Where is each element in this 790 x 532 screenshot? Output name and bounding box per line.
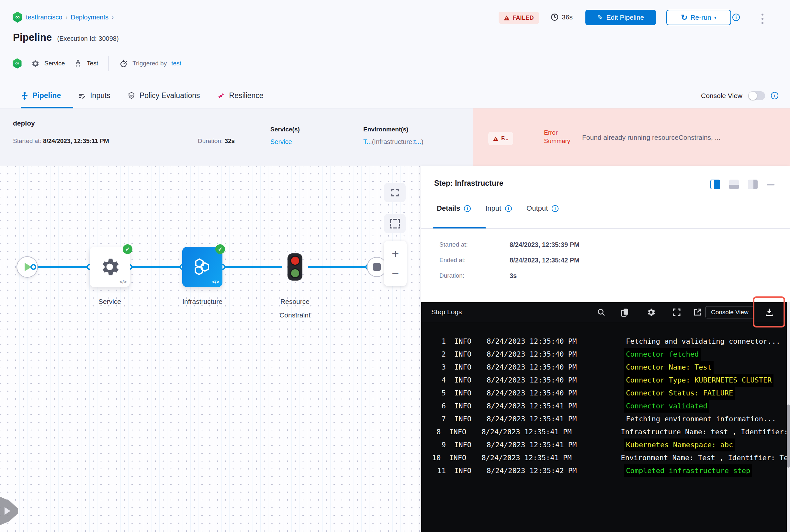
error-summary-label: Error Summary (544, 129, 570, 145)
edge-start-service (33, 266, 89, 268)
environment-name-label[interactable]: Test (87, 60, 98, 67)
trigger-stopwatch-icon (119, 59, 128, 68)
meta-divider (108, 56, 109, 71)
inputs-icon (78, 92, 86, 100)
tab-output[interactable]: Output (527, 204, 559, 213)
breadcrumb-project[interactable]: testfrancisco (26, 14, 62, 21)
tabs-rule (421, 228, 790, 229)
triggered-by-user-link[interactable]: test (171, 60, 181, 67)
clock-icon (550, 13, 559, 21)
node-resource-constraint[interactable] (288, 253, 302, 281)
search-icon[interactable] (596, 307, 606, 317)
settings-gear-icon[interactable] (646, 307, 656, 317)
stage-name[interactable]: deploy (13, 119, 35, 127)
warning-icon (493, 136, 498, 141)
node-service[interactable]: </> (90, 247, 130, 287)
pipeline-graph-canvas[interactable]: </> </> Service Infrastructure R (0, 166, 421, 532)
copy-icon[interactable] (620, 307, 630, 317)
scrollbar-thumb[interactable] (787, 404, 790, 468)
open-external-icon[interactable] (693, 307, 702, 317)
console-view-label: Console View (701, 92, 742, 100)
tab-inputs[interactable]: Inputs (78, 91, 110, 100)
logs-console-view-button[interactable]: Console View (705, 306, 754, 319)
stage-started-value: 8/24/2023, 12:35:11 PM (43, 137, 109, 144)
minimize-panel-button[interactable] (767, 184, 774, 186)
warning-icon (504, 16, 510, 20)
policy-shield-icon (127, 92, 136, 100)
console-view-info-icon[interactable] (771, 92, 778, 99)
stage-duration-value: 32s (224, 137, 235, 144)
execution-id: (Execution Id: 30098) (57, 35, 118, 42)
marquee-icon (390, 219, 400, 228)
step-logs-title: Step Logs (431, 308, 462, 316)
node-infrastructure[interactable]: </> (182, 247, 222, 287)
edit-pipeline-label: Edit Pipeline (606, 14, 644, 21)
service-name-label[interactable]: Service (44, 60, 65, 67)
canvas-marquee-select-button[interactable] (384, 214, 406, 233)
console-view-toggle[interactable] (748, 91, 765, 100)
canvas-fullscreen-button[interactable] (384, 183, 406, 202)
refresh-icon: ↻ (681, 13, 687, 22)
node-label-service: Service (90, 295, 130, 308)
elapsed-time-value: 36s (562, 13, 573, 21)
environment-close-paren: ) (421, 138, 423, 145)
stop-icon (373, 263, 381, 271)
layout-split-bottom-icon[interactable] (729, 179, 739, 189)
step-panel-title: Step: Infrastructure (434, 179, 503, 188)
error-summary-message[interactable]: Found already running resourceConstrains… (582, 134, 720, 141)
pipeline-icon (21, 92, 29, 100)
layout-sidebar-icon[interactable] (748, 179, 758, 189)
environment-link[interactable]: T... (363, 138, 372, 145)
status-badge-failed: FAILED (499, 12, 539, 24)
log-line: 4INFO8/24/2023 12:35:40 PMConnector Type… (421, 374, 790, 387)
tab-pipeline-label: Pipeline (32, 91, 61, 100)
left-panel-expander[interactable] (0, 497, 18, 525)
triggered-by-label: Triggered by (132, 60, 167, 67)
stage-summary-bar: deploy Started at: 8/24/2023, 12:35:11 P… (0, 109, 790, 166)
input-info-icon[interactable] (505, 205, 512, 212)
log-line: 7INFO8/24/2023 12:35:41 PMFetching envir… (421, 413, 790, 425)
fullscreen-icon (390, 188, 400, 197)
connector-dot (31, 264, 36, 270)
tab-input[interactable]: Input (485, 204, 512, 213)
infrastructure-link[interactable]: t... (414, 138, 421, 145)
layout-split-right-icon[interactable] (710, 179, 720, 189)
zoom-in-button[interactable]: + (392, 248, 399, 260)
execution-tab-bar: Pipeline Inputs Policy Evaluations (0, 83, 790, 109)
tab-pipeline[interactable]: Pipeline (21, 91, 61, 100)
tab-resilience[interactable]: Resilience (217, 91, 263, 100)
log-lines[interactable]: 1INFO8/24/2023 12:35:40 PMFetching and v… (421, 322, 790, 532)
services-column: Service(s) Service (270, 126, 300, 146)
edge-infrastructure-constraint (223, 266, 282, 268)
environments-column: Environment(s) T...(Infrastructure:t...) (363, 126, 423, 146)
service-link[interactable]: Service (270, 138, 292, 145)
breadcrumb-deployments[interactable]: Deployments (71, 14, 108, 21)
tab-policy-evaluations[interactable]: Policy Evaluations (127, 91, 200, 100)
zoom-out-button[interactable]: − (392, 267, 399, 279)
download-logs-icon[interactable] (765, 307, 774, 317)
tab-details[interactable]: Details (437, 204, 471, 213)
log-line: 2INFO8/24/2023 12:35:40 PMConnector fetc… (421, 348, 790, 361)
rerun-info-icon[interactable] (732, 14, 740, 21)
step-panel-tabs: Details Input Output (437, 204, 559, 213)
cd-module-icon: ∞ (12, 58, 22, 69)
expand-fullscreen-icon[interactable] (672, 307, 682, 317)
console-view-control: Console View (701, 83, 778, 108)
service-gear-icon (31, 59, 40, 68)
resilience-icon (217, 92, 225, 100)
status-badge-label: FAILED (513, 15, 534, 21)
rerun-button[interactable]: ↻ Re-run ▾ (666, 10, 731, 25)
step-detail-panel: Step: Infrastructure Details Input Outpu… (421, 166, 790, 532)
log-line: 8INFO8/24/2023 12:35:41 PMInfrastructure… (421, 425, 790, 438)
more-options-menu[interactable] (760, 12, 765, 25)
details-info-icon[interactable] (464, 205, 471, 212)
breadcrumb-separator: › (112, 14, 114, 21)
log-line: 5INFO8/24/2023 12:35:40 PMConnector Stat… (421, 387, 790, 400)
cd-module-icon: ∞ (12, 12, 23, 23)
output-info-icon[interactable] (552, 205, 558, 212)
edit-pipeline-button[interactable]: ✎ Edit Pipeline (585, 10, 656, 25)
detail-row-duration: Duration: 3s (439, 272, 517, 280)
environment-infra-text: (Infrastructure: (372, 138, 414, 145)
log-line: 9INFO8/24/2023 12:35:41 PMKubernetes Nam… (421, 438, 790, 452)
app-root: ∞ testfrancisco › Deployments › Pipeline… (0, 0, 790, 532)
